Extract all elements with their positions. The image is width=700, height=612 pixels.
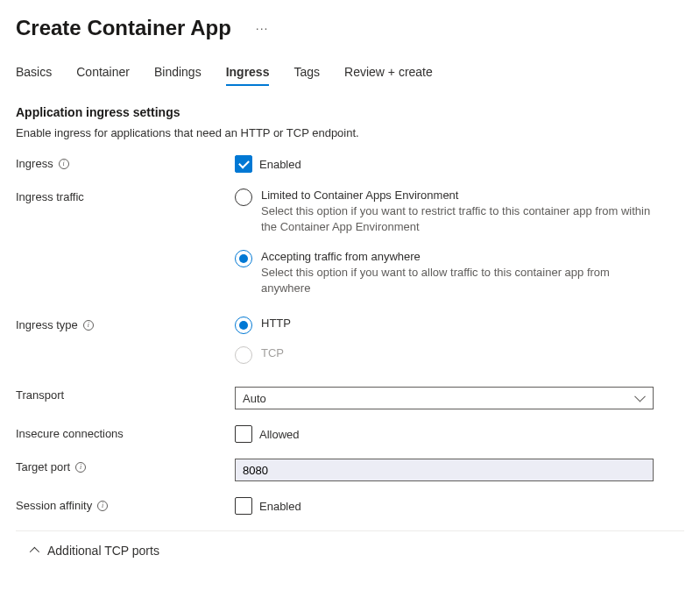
page-title: Create Container App <box>16 16 231 40</box>
select-transport[interactable]: Auto <box>235 387 654 409</box>
checkbox-ingress[interactable] <box>235 155 252 173</box>
checkbox-insecure-label: Allowed <box>259 428 300 441</box>
checkbox-affinity-wrap: Enabled <box>235 497 654 515</box>
radio-option-http: HTTP <box>235 317 654 334</box>
title-row: Create Container App ··· <box>16 16 684 40</box>
accordion-label: Additional TCP ports <box>47 544 159 558</box>
tab-ingress[interactable]: Ingress <box>226 65 270 86</box>
row-insecure: Insecure connections Allowed <box>16 425 684 443</box>
label-traffic: Ingress traffic <box>16 189 235 203</box>
accordion-additional-ports[interactable]: Additional TCP ports <box>16 530 684 558</box>
label-traffic-text: Ingress traffic <box>16 190 84 203</box>
ellipsis-icon[interactable]: ··· <box>256 21 269 35</box>
radio-option-tcp: TCP <box>235 346 654 364</box>
info-icon[interactable]: i <box>83 320 94 331</box>
tab-basics[interactable]: Basics <box>16 65 52 86</box>
radio-limited[interactable] <box>235 189 252 206</box>
label-type: Ingress type i <box>16 317 235 331</box>
checkbox-ingress-label: Enabled <box>259 158 301 171</box>
label-transport-text: Transport <box>16 388 64 402</box>
radio-anywhere-desc: Select this option if you want to allow … <box>261 265 654 295</box>
info-icon[interactable]: i <box>75 462 86 473</box>
radio-tcp <box>235 346 252 364</box>
radio-limited-desc: Select this option if you want to restri… <box>261 203 654 234</box>
select-transport-value: Auto <box>243 392 266 405</box>
label-port: Target port i <box>16 459 235 473</box>
tabs: Basics Container Bindings Ingress Tags R… <box>16 65 684 86</box>
radio-http-label: HTTP <box>261 317 654 330</box>
label-insecure: Insecure connections <box>16 425 235 440</box>
label-ingress: Ingress i <box>16 155 235 170</box>
radio-option-limited: Limited to Container Apps Environment Se… <box>235 189 654 234</box>
radio-limited-label: Limited to Container Apps Environment <box>261 189 654 202</box>
radio-http[interactable] <box>235 317 252 334</box>
row-transport: Transport Auto <box>16 387 684 409</box>
row-port: Target port i <box>16 459 684 481</box>
tab-container[interactable]: Container <box>76 65 130 86</box>
row-type: Ingress type i HTTP TCP <box>16 317 684 364</box>
row-ingress: Ingress i Enabled <box>16 155 684 173</box>
chevron-up-icon <box>30 547 39 557</box>
label-type-text: Ingress type <box>16 318 78 331</box>
label-transport: Transport <box>16 387 235 402</box>
label-ingress-text: Ingress <box>16 157 53 170</box>
checkbox-insecure-wrap: Allowed <box>235 425 654 443</box>
tab-tags[interactable]: Tags <box>293 65 320 86</box>
radio-anywhere[interactable] <box>235 250 252 267</box>
checkbox-affinity-label: Enabled <box>259 500 301 513</box>
info-icon[interactable]: i <box>59 159 69 169</box>
section-desc: Enable ingress for applications that nee… <box>16 126 684 139</box>
label-affinity-text: Session affinity <box>16 499 92 512</box>
info-icon[interactable]: i <box>97 501 108 511</box>
label-port-text: Target port <box>16 460 70 473</box>
radio-anywhere-label: Accepting traffic from anywhere <box>261 250 654 263</box>
label-insecure-text: Insecure connections <box>16 427 124 440</box>
tab-bindings[interactable]: Bindings <box>154 65 202 86</box>
tab-review-create[interactable]: Review + create <box>344 65 433 86</box>
label-affinity: Session affinity i <box>16 497 235 512</box>
radio-option-anywhere: Accepting traffic from anywhere Select t… <box>235 250 654 295</box>
checkbox-affinity[interactable] <box>235 497 252 515</box>
radio-tcp-label: TCP <box>261 346 654 359</box>
section-title: Application ingress settings <box>16 105 684 119</box>
input-target-port[interactable] <box>235 459 654 481</box>
checkbox-insecure[interactable] <box>235 425 252 443</box>
row-traffic: Ingress traffic Limited to Container App… <box>16 189 684 295</box>
row-affinity: Session affinity i Enabled <box>16 497 684 515</box>
checkbox-ingress-wrap: Enabled <box>235 155 654 173</box>
